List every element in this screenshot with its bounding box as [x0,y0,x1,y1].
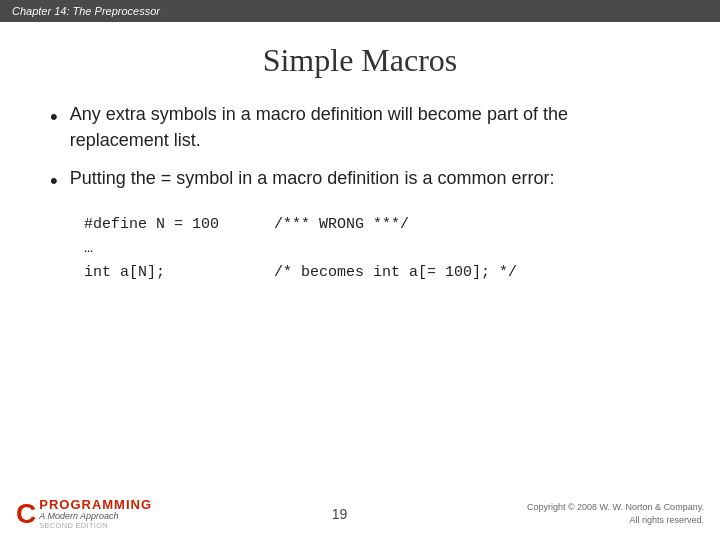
code-line1-left: #define N = 100 [84,213,274,237]
code-line-2: … [84,237,670,261]
main-content: Simple Macros • Any extra symbols in a m… [0,22,720,295]
code-line3-right: /* becomes int a[= 100]; */ [274,261,517,285]
footer-logo: C PROGRAMMING A Modern Approach SECOND E… [16,498,152,530]
code-block: #define N = 100 /*** WRONG ***/ … int a[… [84,213,670,285]
copyright-text: Copyright © 2008 W. W. Norton & Company. [527,502,704,512]
logo-row: C PROGRAMMING A Modern Approach SECOND E… [16,498,152,530]
logo-c: C [16,500,36,528]
code-line-1: #define N = 100 /*** WRONG ***/ [84,213,670,237]
chapter-header: Chapter 14: The Preprocessor [0,0,720,22]
footer-copyright: Copyright © 2008 W. W. Norton & Company.… [527,501,704,528]
code-line3-left: int a[N]; [84,261,274,285]
bullet-text-2: Putting the = symbol in a macro definiti… [70,165,555,191]
code-line1-right: /*** WRONG ***/ [274,213,409,237]
code-ellipsis: … [84,237,274,261]
bullet-item-2: • Putting the = symbol in a macro defini… [50,165,670,197]
slide-title: Simple Macros [50,42,670,79]
logo-programming: PROGRAMMING [39,498,152,512]
bullet-dot-1: • [50,101,58,133]
chapter-title: Chapter 14: The Preprocessor [12,5,160,17]
logo-edition: SECOND EDITION [39,522,152,530]
rights-text: All rights reserved. [629,515,704,525]
logo-text-block: PROGRAMMING A Modern Approach SECOND EDI… [39,498,152,530]
bullet-item-1: • Any extra symbols in a macro definitio… [50,101,670,153]
page-number: 19 [332,506,348,522]
footer: C PROGRAMMING A Modern Approach SECOND E… [0,488,720,540]
bullet-text-1: Any extra symbols in a macro definition … [70,101,670,153]
bullet-dot-2: • [50,165,58,197]
code-line-3: int a[N]; /* becomes int a[= 100]; */ [84,261,670,285]
bullet-list: • Any extra symbols in a macro definitio… [50,101,670,197]
slide: Chapter 14: The Preprocessor Simple Macr… [0,0,720,540]
